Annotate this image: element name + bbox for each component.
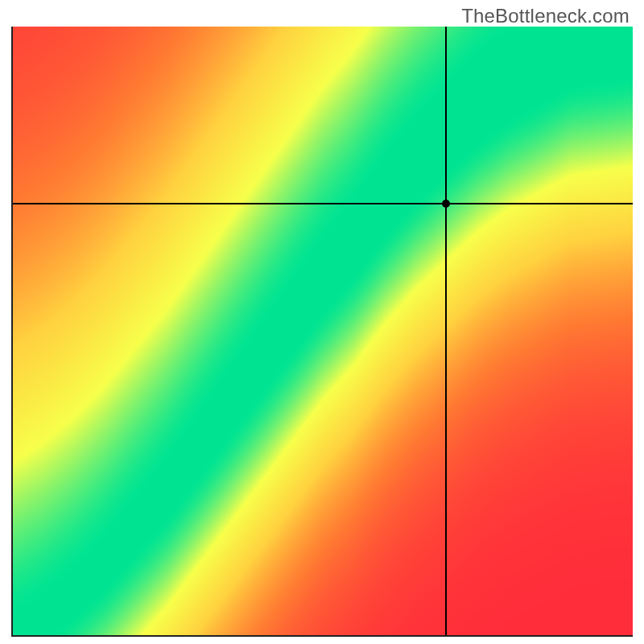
- chart-container: TheBottleneck.com: [0, 0, 644, 644]
- heatmap-canvas: [11, 27, 633, 637]
- crosshair-point: [442, 200, 450, 208]
- crosshair-vertical: [445, 27, 447, 637]
- watermark-text: TheBottleneck.com: [461, 5, 630, 27]
- crosshair-horizontal: [11, 203, 633, 204]
- heatmap-plot: [11, 27, 633, 637]
